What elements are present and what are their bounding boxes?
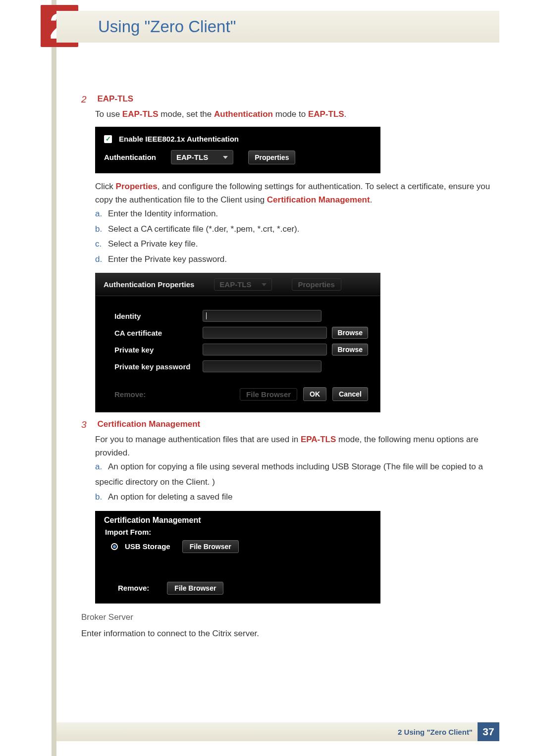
auth-row: Authentication EAP-TLS Properties [104, 150, 372, 164]
remove-row: Remove: File Browser [118, 582, 372, 595]
step2-sub-d: d.Enter the Private key password. [95, 252, 499, 267]
spacer [104, 553, 372, 582]
dialog-title: Authentication Properties [104, 280, 194, 289]
t: Enter the [108, 254, 145, 264]
t: Identity [145, 209, 172, 218]
step2-intro: To use EAP-TLS mode, set the Authenticat… [95, 108, 499, 121]
pkpw-row: Private key password [114, 360, 368, 372]
t: . [224, 254, 227, 264]
ca-browse-button[interactable]: Browse [332, 327, 368, 339]
screenshot-ieee-auth: ✓ Enable IEEE802.1x Authentication Authe… [95, 127, 380, 173]
cancel-button[interactable]: Cancel [332, 387, 368, 401]
screenshot-auth-properties: Authentication Properties EAP-TLS Proper… [95, 273, 380, 412]
pk-row: Private key Browse [114, 344, 368, 355]
m: b. [95, 490, 108, 505]
t: Properties [116, 182, 158, 191]
content-area: 2 EAP-TLS To use EAP-TLS mode, set the A… [81, 94, 499, 640]
ghost-combo: EAP-TLS [214, 278, 271, 291]
step-number: 3 [81, 419, 95, 430]
t: file (*.der, *.pem, *.crt, *.cer). [190, 224, 299, 234]
t: EAP-TLS [122, 109, 159, 119]
t: Private key [141, 239, 182, 249]
ok-button[interactable]: OK [303, 387, 326, 401]
t: information. [172, 209, 218, 218]
radio-dot-icon [113, 545, 116, 548]
t: Authentication [214, 109, 273, 119]
identity-label: Identity [114, 312, 198, 320]
t: . [344, 109, 347, 119]
t: . [370, 195, 373, 204]
cert-mgmt-title: Certification Management [104, 516, 372, 525]
pk-input[interactable] [203, 344, 327, 355]
t: mode, set the [159, 109, 214, 119]
t: Click [95, 182, 116, 191]
auth-combo[interactable]: EAP-TLS [171, 150, 233, 164]
step2-sub-a: a.Enter the Identity information. [95, 206, 499, 222]
page-footer: 2 Using "Zero Client" 37 [56, 722, 499, 741]
t: An option for copying a file using sever… [108, 462, 332, 471]
dialog-header: Authentication Properties EAP-TLS Proper… [96, 273, 380, 296]
import-file-browser-button[interactable]: File Browser [182, 540, 239, 553]
remove-label: Remove: [118, 584, 149, 592]
enable-label: Enable IEEE802.1x Authentication [119, 135, 239, 143]
ghost-properties: Properties [292, 278, 341, 291]
step2-para2: Click Properties, and configure the foll… [95, 180, 499, 206]
t: For you to manage authentication files t… [95, 435, 301, 444]
auth-combo-value: EAP-TLS [176, 153, 208, 161]
ca-row: CA certificate Browse [114, 327, 368, 339]
text-cursor [206, 312, 207, 319]
t: Enter the [108, 209, 145, 218]
chevron-down-icon [262, 283, 267, 286]
step2-sub-c: c.Select a Private key file. [95, 237, 499, 252]
chevron-down-icon [223, 156, 228, 159]
m: b. [95, 222, 108, 237]
step-2-header: 2 EAP-TLS [81, 94, 499, 105]
t: EPA-TLS [301, 435, 336, 444]
t: EAP-TLS [308, 109, 344, 119]
step3-intro: For you to manage authentication files t… [95, 433, 499, 459]
dialog-buttons: Remove: File Browser OK Cancel [96, 387, 380, 412]
step2-sub-b: b.Select a CA certificate file (*.der, *… [95, 222, 499, 237]
enable-checkbox[interactable]: ✓ [104, 135, 112, 143]
usb-storage-radio[interactable] [111, 543, 118, 550]
t: Select a [108, 239, 141, 249]
step3-sub-b: b.An option for deleting a saved file [95, 490, 499, 505]
m: c. [95, 237, 108, 252]
side-stripe [52, 0, 56, 756]
m: a. [95, 206, 108, 222]
ca-input[interactable] [203, 327, 327, 339]
m: a. [95, 459, 108, 475]
t: EAP-TLS [219, 280, 251, 289]
auth-label: Authentication [104, 153, 156, 161]
step-number: 2 [81, 94, 95, 105]
footer-section: 2 Using "Zero Client" [398, 728, 473, 736]
page-number: 37 [478, 722, 499, 741]
step-title: Certification Management [97, 419, 200, 429]
step-3-header: 3 Certification Management [81, 419, 499, 430]
t: Select a [108, 224, 141, 234]
step-title: EAP-TLS [97, 94, 133, 103]
header-bar: Using "Zero Client" [56, 11, 499, 43]
identity-row: Identity [114, 310, 368, 322]
ghost-remove: Remove: [114, 390, 146, 399]
pk-browse-button[interactable]: Browse [332, 344, 368, 355]
t: USB Storage [332, 462, 381, 471]
pk-label: Private key [114, 346, 198, 354]
t: file. [182, 239, 198, 249]
t: CA certificate [141, 224, 190, 234]
remove-file-browser-button[interactable]: File Browser [167, 582, 223, 595]
properties-button[interactable]: Properties [248, 151, 295, 164]
screenshot-cert-management: Certification Management Import From: US… [95, 511, 380, 604]
dialog-body: Identity CA certificate Browse Private k… [96, 296, 380, 387]
enable-row: ✓ Enable IEEE802.1x Authentication [104, 135, 372, 143]
t: An option for deleting a saved file [108, 492, 232, 502]
identity-input[interactable] [203, 310, 321, 322]
usb-storage-row: USB Storage File Browser [111, 540, 372, 553]
t: Private key password [145, 254, 225, 264]
step3-sub-a: a.An option for copying a file using sev… [95, 459, 499, 490]
pkpw-input[interactable] [203, 360, 321, 372]
import-from-label: Import From: [105, 528, 372, 536]
ca-label: CA certificate [114, 329, 198, 337]
m: d. [95, 252, 108, 267]
broker-text: Enter information to connect to the Citr… [81, 627, 499, 640]
